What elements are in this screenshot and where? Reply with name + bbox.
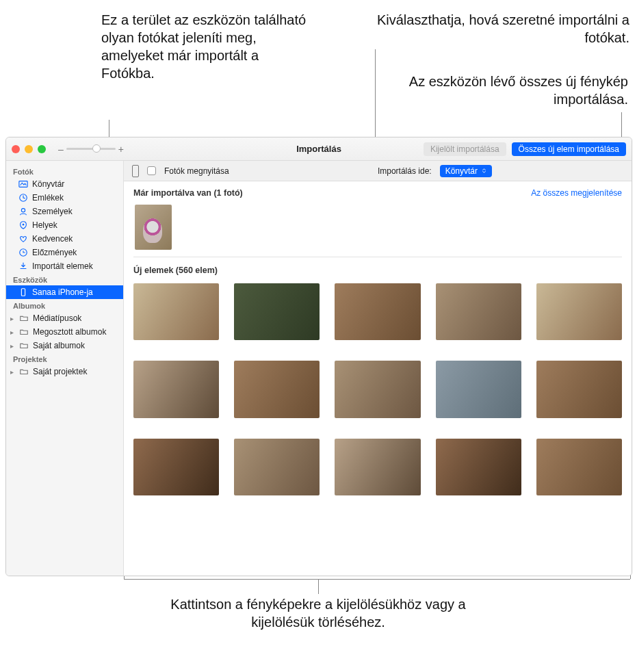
zoom-minus-label: – — [58, 144, 64, 155]
sidebar-item-memories[interactable]: Emlékek — [6, 191, 123, 205]
sidebar-item-label: Megosztott albumok — [33, 327, 106, 337]
import-selected-button[interactable]: Kijelölt importálása — [424, 142, 506, 156]
photo-thumbnail[interactable] — [234, 283, 320, 340]
annotation-top-right-1: Kiválaszthatja, hová szeretné importálni… — [369, 11, 629, 47]
photo-thumbnail[interactable] — [536, 361, 622, 417]
zoom-track[interactable] — [66, 148, 116, 150]
sidebar-section-photos: Fotók — [6, 165, 123, 177]
sidebar-item-library[interactable]: Könyvtár — [6, 177, 123, 191]
sidebar-item-imports[interactable]: Importált elemek — [6, 259, 123, 273]
new-items-label: Új elemek (560 elem) — [133, 266, 218, 275]
sidebar-item-people[interactable]: Személyek — [6, 205, 123, 218]
window-controls — [12, 145, 46, 153]
places-icon — [18, 220, 28, 230]
folder-icon — [19, 313, 29, 323]
heart-icon — [18, 234, 28, 244]
minimize-window-button[interactable] — [25, 145, 33, 153]
sidebar-item-label: Előzmények — [32, 248, 77, 257]
photo-thumbnail[interactable] — [133, 439, 219, 495]
import-to-value: Könyvtár — [445, 166, 478, 176]
annotation-bottom: Kattintson a fényképekre a kijelölésükhö… — [147, 595, 489, 631]
photo-thumbnail[interactable] — [335, 439, 420, 495]
sidebar-item-my-projects[interactable]: Saját projektek — [6, 365, 123, 378]
photo-thumbnail[interactable] — [436, 361, 521, 417]
photo-thumbnail[interactable] — [234, 361, 320, 417]
sidebar-item-media-types[interactable]: Médiatípusok — [6, 311, 123, 325]
photo-thumbnail[interactable] — [234, 439, 320, 495]
import-subbar: Fotók megnyitása Importálás ide: Könyvtá… — [124, 161, 632, 181]
sidebar-item-label: Saját projektek — [33, 367, 87, 376]
sidebar-item-label: Helyek — [32, 220, 57, 230]
import-to-select[interactable]: Könyvtár — [440, 165, 492, 177]
sidebar-item-label: Könyvtár — [32, 179, 64, 189]
already-imported-label: Már importálva van (1 fotó) — [133, 188, 243, 198]
svg-point-3 — [23, 224, 25, 226]
main-content: Fotók megnyitása Importálás ide: Könyvtá… — [124, 161, 632, 576]
open-photos-checkbox[interactable] — [147, 166, 156, 175]
library-icon — [18, 179, 28, 189]
photo-thumbnail[interactable] — [133, 283, 219, 340]
sidebar-section-albums: Albumok — [6, 299, 123, 311]
sidebar-item-label: Médiatípusok — [33, 313, 81, 323]
memories-icon — [18, 193, 28, 203]
sidebar-item-label: Importált elemek — [32, 261, 93, 271]
titlebar: – + Importálás Kijelölt importálása Össz… — [6, 138, 632, 161]
sidebar-item-favorites[interactable]: Kedvencek — [6, 232, 123, 246]
folder-icon — [19, 327, 29, 337]
open-photos-label: Fotók megnyitása — [164, 166, 229, 176]
annotation-top-right-2: Az eszközön lévő összes új fénykép impor… — [382, 73, 628, 108]
photo-thumbnail[interactable] — [536, 283, 622, 340]
thumbnail-zoom-slider[interactable]: – + — [58, 144, 124, 155]
device-icon — [132, 165, 139, 177]
new-items-header: Új elemek (560 elem) — [124, 257, 632, 278]
sidebar-item-places[interactable]: Helyek — [6, 218, 123, 232]
callout-line — [318, 579, 319, 594]
import-all-new-button[interactable]: Összes új elem importálása — [512, 142, 626, 156]
callout-line — [124, 579, 630, 580]
zoom-plus-label: + — [118, 144, 124, 155]
clock-icon — [18, 248, 28, 257]
sidebar-item-label: Emlékek — [32, 193, 64, 203]
sidebar-item-recents[interactable]: Előzmények — [6, 246, 123, 259]
sidebar-item-label: Kedvencek — [32, 234, 73, 244]
zoom-window-button[interactable] — [38, 145, 46, 153]
sidebar-item-label: Személyek — [32, 207, 73, 216]
sidebar-section-projects: Projektek — [6, 352, 123, 365]
folder-icon — [19, 341, 29, 350]
already-imported-header: Már importálva van (1 fotó) Az összes me… — [124, 181, 632, 201]
sidebar-item-my-albums[interactable]: Saját albumok — [6, 339, 123, 352]
photo-thumbnail[interactable] — [335, 361, 420, 417]
zoom-thumb[interactable] — [92, 144, 101, 153]
photo-thumbnail[interactable] — [436, 439, 521, 495]
sidebar-item-label: Sanaa iPhone-ja — [32, 287, 93, 297]
sidebar-item-label: Saját albumok — [33, 341, 85, 350]
svg-rect-5 — [21, 289, 25, 296]
import-icon — [18, 261, 28, 271]
close-window-button[interactable] — [12, 145, 20, 153]
photo-thumbnail[interactable] — [133, 361, 219, 417]
import-to-label: Importálás ide: — [378, 166, 432, 176]
photos-app-window: – + Importálás Kijelölt importálása Össz… — [5, 137, 632, 576]
show-all-link[interactable]: Az összes megjelenítése — [531, 188, 622, 198]
photo-thumbnail[interactable] — [335, 283, 420, 340]
sidebar-item-shared-albums[interactable]: Megosztott albumok — [6, 325, 123, 339]
sidebar: Fotók Könyvtár Emlékek Személyek — [6, 161, 124, 576]
annotation-top-left: Ez a terület az eszközön található olyan… — [101, 11, 307, 82]
photo-thumbnail[interactable] — [536, 439, 622, 495]
chevron-up-down-icon — [482, 168, 486, 173]
svg-point-2 — [21, 209, 25, 212]
sidebar-section-devices: Eszközök — [6, 273, 123, 285]
photo-thumbnail[interactable] — [436, 283, 521, 340]
sidebar-item-device-iphone[interactable]: Sanaa iPhone-ja — [6, 285, 123, 299]
already-imported-thumbnail[interactable] — [135, 205, 172, 250]
phone-icon — [18, 287, 28, 297]
folder-icon — [19, 367, 29, 376]
new-items-grid — [124, 278, 632, 495]
people-icon — [18, 207, 28, 216]
